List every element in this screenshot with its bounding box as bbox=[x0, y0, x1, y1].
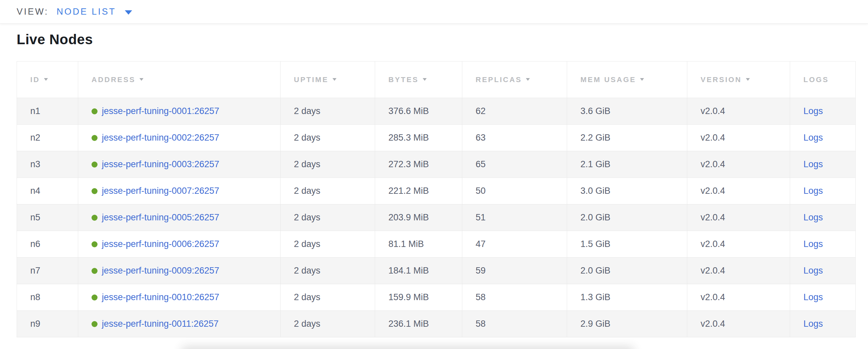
node-id: n7 bbox=[30, 266, 40, 276]
node-uptime: 2 days bbox=[294, 319, 320, 329]
node-replicas: 65 bbox=[475, 159, 486, 169]
node-address-link[interactable]: jesse-perf-tuning-0002:26257 bbox=[102, 133, 219, 143]
node-version: v2.0.4 bbox=[701, 292, 725, 302]
node-bytes: 184.1 MiB bbox=[389, 266, 429, 276]
node-logs-link[interactable]: Logs bbox=[803, 106, 823, 116]
column-header-mem-usage[interactable]: MEM USAGE bbox=[567, 62, 687, 98]
column-header-label: ID bbox=[30, 75, 40, 84]
node-version: v2.0.4 bbox=[701, 133, 725, 143]
node-replicas: 63 bbox=[475, 133, 486, 143]
node-id: n5 bbox=[30, 212, 40, 222]
column-header-id[interactable]: ID bbox=[17, 62, 78, 98]
node-logs-link[interactable]: Logs bbox=[803, 212, 823, 222]
node-id: n2 bbox=[30, 133, 40, 143]
table-row: n8 jesse-perf-tuning-0010:26257 2 days 1… bbox=[17, 284, 856, 311]
page-title: Live Nodes bbox=[17, 32, 868, 47]
node-bytes: 203.9 MiB bbox=[389, 212, 429, 222]
node-uptime: 2 days bbox=[294, 133, 320, 143]
node-replicas: 51 bbox=[475, 212, 486, 222]
sort-caret-icon bbox=[423, 78, 427, 81]
node-version: v2.0.4 bbox=[701, 239, 725, 249]
node-address-link[interactable]: jesse-perf-tuning-0010:26257 bbox=[102, 292, 219, 303]
node-uptime: 2 days bbox=[294, 212, 320, 222]
sort-caret-icon bbox=[140, 78, 144, 81]
node-uptime: 2 days bbox=[294, 239, 320, 249]
node-logs-link[interactable]: Logs bbox=[803, 319, 823, 329]
node-logs-link[interactable]: Logs bbox=[803, 186, 823, 196]
column-header-label: ADDRESS bbox=[92, 75, 135, 84]
node-version: v2.0.4 bbox=[701, 186, 725, 196]
view-label: VIEW: bbox=[17, 7, 49, 17]
node-live-status-icon bbox=[92, 162, 97, 168]
node-live-status-icon bbox=[92, 188, 97, 194]
column-header-address[interactable]: ADDRESS bbox=[78, 62, 281, 98]
column-header-bytes[interactable]: BYTES bbox=[375, 62, 462, 98]
live-nodes-section: ID ADDRESS UPTIME BYTES REPLICAS MEM USA… bbox=[17, 61, 868, 337]
node-version: v2.0.4 bbox=[701, 159, 725, 169]
node-replicas: 59 bbox=[475, 266, 486, 276]
node-replicas: 47 bbox=[475, 239, 486, 249]
node-id: n8 bbox=[30, 292, 40, 302]
column-header-label: LOGS bbox=[803, 75, 829, 84]
column-header-uptime[interactable]: UPTIME bbox=[281, 62, 375, 98]
node-address-link[interactable]: jesse-perf-tuning-0009:26257 bbox=[102, 266, 219, 276]
node-address-link[interactable]: jesse-perf-tuning-0003:26257 bbox=[102, 159, 219, 170]
node-address-link[interactable]: jesse-perf-tuning-0005:26257 bbox=[102, 212, 219, 223]
node-logs-link[interactable]: Logs bbox=[803, 239, 823, 249]
table-row: n5 jesse-perf-tuning-0005:26257 2 days 2… bbox=[17, 204, 856, 231]
node-mem-usage: 2.0 GiB bbox=[581, 266, 610, 276]
view-selector-dropdown[interactable]: NODE LIST bbox=[57, 7, 132, 17]
node-id: n9 bbox=[30, 319, 40, 329]
node-mem-usage: 2.9 GiB bbox=[581, 319, 610, 329]
view-bar: VIEW: NODE LIST bbox=[0, 0, 868, 24]
node-bytes: 285.3 MiB bbox=[389, 133, 429, 143]
node-version: v2.0.4 bbox=[701, 106, 725, 116]
table-row: n3 jesse-perf-tuning-0003:26257 2 days 2… bbox=[17, 151, 856, 178]
table-row: n9 jesse-perf-tuning-0011:26257 2 days 2… bbox=[17, 311, 856, 337]
column-header-logs: LOGS bbox=[790, 62, 856, 98]
node-address-link[interactable]: jesse-perf-tuning-0006:26257 bbox=[102, 239, 219, 249]
column-header-label: VERSION bbox=[701, 75, 742, 84]
node-mem-usage: 2.0 GiB bbox=[581, 212, 610, 222]
table-row: n2 jesse-perf-tuning-0002:26257 2 days 2… bbox=[17, 125, 856, 151]
node-live-status-icon bbox=[92, 108, 97, 114]
node-logs-link[interactable]: Logs bbox=[803, 133, 823, 143]
node-mem-usage: 1.5 GiB bbox=[581, 239, 610, 249]
table-row: n7 jesse-perf-tuning-0009:26257 2 days 1… bbox=[17, 257, 856, 284]
node-bytes: 236.1 MiB bbox=[389, 319, 429, 329]
node-address-link[interactable]: jesse-perf-tuning-0007:26257 bbox=[102, 186, 219, 196]
sort-caret-icon bbox=[640, 78, 644, 81]
node-mem-usage: 1.3 GiB bbox=[581, 292, 610, 302]
table-row: n6 jesse-perf-tuning-0006:26257 2 days 8… bbox=[17, 231, 856, 257]
node-replicas: 50 bbox=[475, 186, 486, 196]
node-live-status-icon bbox=[92, 241, 97, 247]
node-replicas: 62 bbox=[475, 106, 486, 116]
node-bytes: 221.2 MiB bbox=[389, 186, 429, 196]
node-uptime: 2 days bbox=[294, 266, 320, 276]
node-id: n4 bbox=[30, 186, 40, 196]
node-mem-usage: 2.1 GiB bbox=[581, 159, 610, 169]
column-header-replicas[interactable]: REPLICAS bbox=[462, 62, 567, 98]
column-header-label: BYTES bbox=[389, 75, 419, 84]
node-logs-link[interactable]: Logs bbox=[803, 159, 823, 169]
node-id: n1 bbox=[30, 106, 40, 116]
sort-caret-icon bbox=[746, 78, 750, 81]
column-header-version[interactable]: VERSION bbox=[687, 62, 790, 98]
node-bytes: 376.6 MiB bbox=[389, 106, 429, 116]
node-replicas: 58 bbox=[475, 292, 486, 302]
node-mem-usage: 3.6 GiB bbox=[581, 106, 610, 116]
node-logs-link[interactable]: Logs bbox=[803, 266, 823, 276]
node-uptime: 2 days bbox=[294, 106, 320, 116]
node-replicas: 58 bbox=[475, 319, 486, 329]
node-address-link[interactable]: jesse-perf-tuning-0001:26257 bbox=[102, 106, 219, 116]
column-header-label: MEM USAGE bbox=[581, 75, 636, 84]
node-uptime: 2 days bbox=[294, 186, 320, 196]
node-logs-link[interactable]: Logs bbox=[803, 292, 823, 302]
node-version: v2.0.4 bbox=[701, 266, 725, 276]
live-nodes-table: ID ADDRESS UPTIME BYTES REPLICAS MEM USA… bbox=[17, 61, 856, 337]
node-live-status-icon bbox=[92, 135, 97, 141]
node-live-status-icon bbox=[92, 215, 97, 221]
node-live-status-icon bbox=[92, 268, 97, 274]
node-address-link[interactable]: jesse-perf-tuning-0011:26257 bbox=[102, 319, 219, 329]
node-uptime: 2 days bbox=[294, 292, 320, 302]
